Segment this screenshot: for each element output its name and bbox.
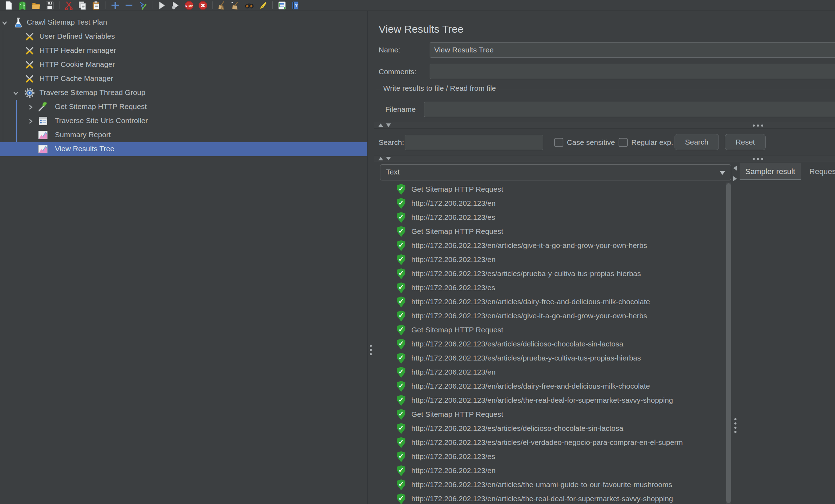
tree-item-test-plan[interactable]: Crawl Sitemap Test Plan	[0, 15, 367, 30]
tree-item-get-sitemap-request[interactable]: Get Sitemap HTTP Request	[0, 100, 367, 114]
tree-item-view-results-tree[interactable]: View Results Tree	[0, 142, 367, 156]
save-icon[interactable]	[43, 0, 57, 10]
result-row[interactable]: ✓http://172.206.202.123/es/articles/deli…	[374, 337, 726, 351]
scrollbar-thumb[interactable]	[726, 183, 731, 503]
tree-item-user-defined-variables[interactable]: User Defined Variables	[0, 30, 367, 44]
result-label: http://172.206.202.123/en/articles/the-u…	[411, 480, 672, 489]
search-button[interactable]: Search	[675, 134, 719, 150]
splitter-grip[interactable]	[753, 125, 763, 127]
success-shield-icon: ✓	[397, 325, 406, 336]
detail-tabbar: Sampler result Request	[740, 163, 835, 180]
tree-item-http-cookie-manager[interactable]: HTTP Cookie Manager	[0, 58, 367, 72]
result-row[interactable]: ✓http://172.206.202.123/en/articles/give…	[374, 239, 726, 253]
result-row[interactable]: ✓http://172.206.202.123/es/articles/deli…	[374, 422, 726, 436]
shutdown-icon[interactable]	[196, 0, 210, 10]
collapse-left-icon[interactable]	[733, 166, 737, 171]
splitter-horizontal[interactable]	[374, 122, 835, 129]
result-row[interactable]: ✓http://172.206.202.123/en/articles/the-…	[374, 394, 726, 408]
case-sensitive-checkbox[interactable]	[554, 138, 563, 147]
collapse-right-icon[interactable]	[733, 176, 737, 181]
chevron-down-icon[interactable]	[1, 19, 8, 26]
results-detail-splitter[interactable]	[732, 163, 739, 504]
result-row[interactable]: ✓http://172.206.202.123/en/articles/dair…	[374, 379, 726, 394]
clear-icon[interactable]	[215, 0, 229, 10]
panel-splitter-vertical[interactable]	[367, 11, 374, 504]
chevron-down-icon[interactable]	[13, 90, 19, 96]
function-helper-icon[interactable]	[275, 0, 289, 10]
stop-icon[interactable]: STOP	[182, 0, 196, 10]
start-icon[interactable]	[155, 0, 169, 10]
collapse-down-icon[interactable]	[386, 157, 391, 160]
result-row[interactable]: ✓Get Sitemap HTTP Request	[374, 225, 726, 239]
splitter-grip[interactable]	[734, 418, 736, 433]
thread-group-gear-icon	[24, 87, 35, 98]
tree-item-thread-group[interactable]: Traverse Sitemap Thread Group	[0, 86, 367, 100]
copy-icon[interactable]	[76, 0, 89, 10]
results-scrollbar[interactable]	[726, 183, 731, 504]
result-row[interactable]: ✓http://172.206.202.123/es/articles/el-v…	[374, 436, 726, 450]
tree-item-summary-report[interactable]: Summary Report	[0, 128, 367, 142]
result-row[interactable]: ✓http://172.206.202.123/en/articles/dair…	[374, 295, 726, 309]
listener-chart-icon	[37, 143, 49, 155]
tab-request[interactable]: Request	[801, 163, 835, 180]
chevron-right-icon[interactable]	[27, 118, 34, 124]
toggle-icon[interactable]	[136, 0, 150, 10]
result-row[interactable]: ✓http://172.206.202.123/es/articles/prue…	[374, 351, 726, 365]
result-label: http://172.206.202.123/en/articles/dairy…	[411, 382, 650, 390]
search-icon[interactable]	[242, 0, 256, 10]
filename-input[interactable]	[424, 102, 835, 117]
result-row[interactable]: ✓http://172.206.202.123/en	[374, 197, 726, 211]
open-file-icon[interactable]	[29, 0, 43, 10]
success-shield-icon: ✓	[397, 226, 406, 237]
success-shield-icon: ✓	[397, 465, 406, 476]
result-row[interactable]: ✓Get Sitemap HTTP Request	[374, 408, 726, 422]
result-label: http://172.206.202.123/es	[411, 213, 495, 222]
success-shield-icon: ✓	[397, 184, 406, 195]
collapse-up-icon[interactable]	[378, 123, 383, 127]
reset-button[interactable]: Reset	[725, 134, 766, 150]
success-shield-icon: ✓	[397, 367, 406, 378]
result-row[interactable]: ✓http://172.206.202.123/en/articles/the-…	[374, 492, 726, 504]
result-label: Get Sitemap HTTP Request	[411, 185, 503, 193]
expand-all-icon[interactable]	[108, 0, 122, 10]
tree-item-traverse-urls-controller[interactable]: Traverse Site Urls Controller	[0, 114, 367, 128]
result-row[interactable]: ✓http://172.206.202.123/es	[374, 281, 726, 295]
templates-icon[interactable]	[15, 0, 29, 10]
comments-input[interactable]	[430, 64, 835, 79]
tree-item-http-cache-manager[interactable]: HTTP Cache Manager	[0, 72, 367, 86]
collapse-down-icon[interactable]	[386, 123, 391, 127]
success-shield-icon: ✓	[397, 479, 406, 490]
result-row[interactable]: ✓http://172.206.202.123/en	[374, 464, 726, 478]
splitter-grip[interactable]	[753, 158, 763, 160]
collapse-up-icon[interactable]	[378, 157, 383, 160]
splitter-horizontal[interactable]	[374, 155, 835, 162]
help-icon[interactable]: ?	[289, 0, 303, 10]
splitter-grip[interactable]	[370, 345, 372, 355]
result-row[interactable]: ✓http://172.206.202.123/es/articles/prue…	[374, 267, 726, 281]
search-input[interactable]	[405, 135, 543, 150]
name-input[interactable]	[430, 42, 835, 58]
cut-icon[interactable]	[62, 0, 76, 10]
collapse-all-icon[interactable]	[122, 0, 136, 10]
tree-item-http-header-manager[interactable]: HTTP Header manager	[0, 44, 367, 58]
search-reset-icon[interactable]	[256, 0, 270, 10]
result-row[interactable]: ✓Get Sitemap HTTP Request	[374, 183, 726, 197]
main-toolbar: STOP ?	[0, 0, 835, 11]
tab-sampler-result[interactable]: Sampler result	[740, 163, 801, 180]
tree-item-label: HTTP Header manager	[39, 46, 116, 55]
result-row[interactable]: ✓http://172.206.202.123/en	[374, 365, 726, 379]
new-file-icon[interactable]	[2, 0, 15, 10]
start-no-timers-icon[interactable]	[169, 0, 182, 10]
result-row[interactable]: ✓http://172.206.202.123/es	[374, 211, 726, 225]
regular-exp-checkbox[interactable]	[619, 138, 628, 147]
result-row[interactable]: ✓http://172.206.202.123/es	[374, 450, 726, 464]
clear-all-icon[interactable]	[229, 0, 242, 10]
chevron-right-icon[interactable]	[27, 104, 34, 110]
display-mode-dropdown[interactable]: Text	[380, 164, 731, 180]
toolbar-separator	[212, 1, 213, 9]
result-row[interactable]: ✓http://172.206.202.123/en/articles/the-…	[374, 478, 726, 492]
result-row[interactable]: ✓http://172.206.202.123/en/articles/give…	[374, 309, 726, 323]
result-row[interactable]: ✓http://172.206.202.123/en	[374, 253, 726, 267]
paste-icon[interactable]	[89, 0, 103, 10]
result-row[interactable]: ✓Get Sitemap HTTP Request	[374, 323, 726, 337]
